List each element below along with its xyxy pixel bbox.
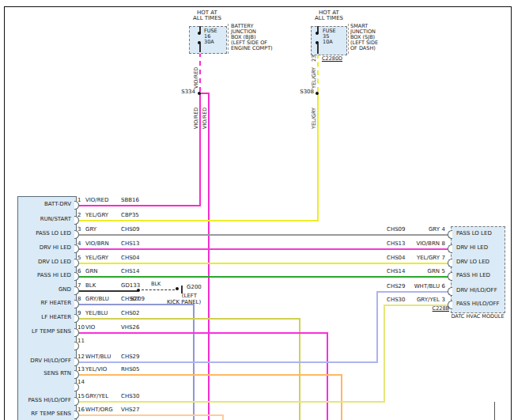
wire-color-label: VIO/BRN [410, 241, 440, 247]
wire-color-label: WHT/ORG [85, 407, 113, 413]
pin-number: 3 [77, 227, 81, 233]
wire-chs09 [78, 234, 448, 236]
wire-vhs27-h [78, 414, 224, 416]
wire-chs30-v [384, 305, 385, 403]
wire-color-label: GRY/YEL [410, 297, 440, 303]
left-row-label: PASS LO LED [19, 231, 71, 236]
right-row-label: DRV HI LED [456, 245, 488, 251]
wire-color-label: GRY [85, 227, 96, 233]
bjb-label-bracket [228, 24, 229, 54]
wire-label-yel-gry: YEL/GRY [312, 108, 317, 129]
left-row-label: DRV HI/LO/OFF [19, 358, 71, 364]
left-row-label: PASS HI LED [19, 273, 71, 278]
connector-c2280d-link[interactable]: C2280D [322, 56, 342, 62]
wire-color-label: VIO/RED [85, 198, 108, 203]
left-row-label: DRV LO LED [19, 259, 71, 265]
left-row-label: LF HEATER [19, 315, 71, 320]
right-row-label: PASS HI/LO/OFF [456, 301, 499, 307]
bjb-fuse-amps: 30A [204, 40, 214, 45]
left-row-label: SENS RTN [19, 371, 71, 376]
wire-color-label: GRN [85, 269, 98, 274]
left-row-label: BATT-DRV [19, 202, 71, 207]
wire-color-label: YEL/GRY [85, 213, 108, 218]
splice-s334-label: S334 [173, 89, 195, 95]
wire-vio-red-vertical [199, 93, 201, 206]
circuit-label: CHS30 [121, 394, 140, 399]
bjb-hot-label2: ALL TIMES [187, 16, 227, 21]
wire-vhs26-v [327, 332, 328, 420]
pin-number: 10 [77, 325, 85, 331]
pin-number: 5 [77, 255, 81, 261]
wire-vio-red-dashed [199, 52, 201, 92]
wire-rhs05-v [341, 374, 342, 420]
sjb-label-bracket [348, 24, 349, 54]
circuit-label: CHS02 [121, 311, 140, 316]
pin-number: 7 [77, 283, 81, 289]
left-row-label: RF HEATER [19, 301, 71, 306]
wire-color-label: GRN [410, 269, 440, 274]
pin-number: 15 [77, 394, 85, 399]
wire-chs13 [78, 248, 448, 250]
wire-vio-red-branch-vertical [208, 93, 210, 420]
splice-s308-label: S308 [292, 89, 314, 95]
wire-chs29-v [376, 291, 378, 363]
wire-blk-dashed [142, 289, 175, 290]
circuit-label: CHS14 [387, 269, 406, 274]
wire-color-label: YEL/BLU [85, 311, 108, 316]
wire-label-vio-red: VIO/RED [194, 108, 199, 129]
sjb-fuse-lead-bottom [317, 44, 319, 54]
wire-rhs05-h [78, 374, 342, 376]
pin-number: 12 [77, 354, 85, 360]
pin-number: 1 [77, 198, 81, 203]
wire-vhs27-v [222, 414, 224, 420]
pin-socket [448, 230, 452, 239]
bjb-fuse-lead-bottom [199, 44, 201, 52]
wire-chs14 [78, 276, 448, 278]
right-row-label: DRV LO LED [456, 259, 489, 265]
bjb-name-line: ENGINE COMPT) [231, 46, 273, 51]
pin-socket [448, 272, 452, 281]
wire-cbp35-horizontal [78, 220, 319, 221]
pin-number: 6 [77, 269, 81, 274]
circuit-label: CHS13 [121, 241, 140, 247]
wire-chs29-h1 [78, 361, 378, 363]
left-row-label: RUN/START [19, 217, 71, 222]
sjb-fuse-amps: 10A [323, 40, 333, 45]
pin-number: 16 [77, 407, 85, 413]
pin-number: 9 [77, 311, 81, 316]
left-row-label: GND [19, 287, 71, 293]
ground-id-label: G200 [187, 285, 202, 290]
wiring-diagram: HOT AT ALL TIMES FUSE 16 30A BATTERY JUN… [0, 0, 514, 420]
wire-color-label: YEL/GRY [85, 255, 108, 261]
pin-number: 3 [438, 297, 445, 303]
sjb-name-line: OF DASH) [350, 46, 376, 51]
wire-color-label: YEL/VIO [85, 367, 107, 373]
wire-gd133 [78, 290, 138, 292]
circuit-label: CHS14 [121, 269, 140, 274]
wire-color-label: BLK [85, 283, 96, 289]
circuit-label: CHS07 [121, 297, 140, 302]
pin-number: 8 [438, 241, 445, 247]
right-row-label: PASS LO LED [456, 231, 492, 236]
wire-label-yel-gry: YEL/GRY [312, 67, 317, 89]
ground-wire-label: BLK [151, 282, 161, 287]
splice-s209-dot [137, 289, 140, 292]
ground-dot [176, 287, 179, 290]
connector-c228b-link[interactable]: C228B [427, 306, 449, 312]
pin-number: 4 [438, 227, 445, 233]
pin-socket [448, 287, 452, 296]
partial-box-edge [494, 402, 495, 420]
wire-color-label: VIO [85, 325, 95, 331]
circuit-label: SBB16 [121, 198, 139, 203]
pin-number: 2 [77, 213, 81, 218]
pin-number: 11 [77, 339, 85, 344]
wire-yel-gry-vertical [317, 93, 319, 221]
circuit-label: CHS29 [121, 354, 140, 360]
wire-color-label: VIO/BRN [85, 241, 109, 247]
wire-label-vio-red: VIO/RED [202, 108, 208, 129]
wire-chs29-h2 [376, 291, 448, 293]
pin-number: 14 [77, 380, 85, 385]
circuit-label: CHS30 [387, 297, 406, 303]
ground-location-line: (LEFT [167, 293, 197, 299]
right-row-label: PASS HI LED [456, 273, 490, 278]
